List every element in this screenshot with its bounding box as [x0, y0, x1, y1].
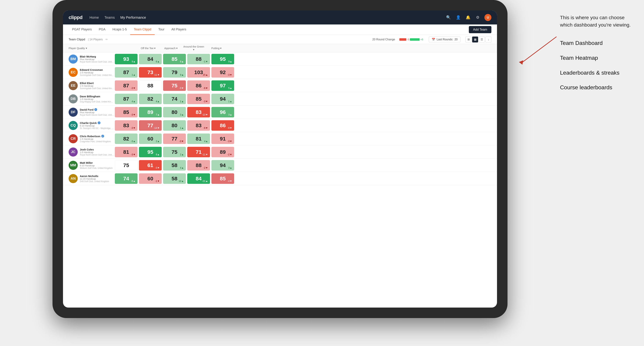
- table-row[interactable]: BM Blair McHarg Plus Handicap Royal Nort…: [63, 52, 497, 66]
- bell-icon[interactable]: 🔔: [465, 14, 471, 21]
- score-value: 88: [147, 83, 153, 89]
- download-button[interactable]: ↓: [486, 36, 492, 42]
- score-value: 95: [220, 56, 226, 62]
- round-change-label: 20 Round Change: [372, 38, 395, 41]
- player-info[interactable]: CR Chris Robertson ✓ 1-5 Handicap Craigm…: [68, 134, 114, 143]
- score-change: 10▲: [179, 180, 184, 182]
- tab-pgat[interactable]: PGAT Players: [68, 25, 95, 35]
- table-row[interactable]: DF David Ford ✓ Plus Handicap Royal Nort…: [63, 106, 497, 119]
- score-value: 84: [147, 56, 153, 62]
- player-info[interactable]: AN Aaron Nicholls 11-15 Handicap Drift G…: [68, 174, 114, 183]
- header-approach[interactable]: Approach ▾: [160, 47, 182, 50]
- player-info[interactable]: BM Blair McHarg Plus Handicap Royal Nort…: [68, 54, 114, 64]
- score-change: -6▼: [203, 127, 208, 129]
- heatmap-view-button[interactable]: ▦: [472, 36, 478, 42]
- score-value: 84: [196, 176, 202, 181]
- grid-view-button[interactable]: ⊞: [466, 36, 472, 42]
- tab-tour[interactable]: Tour: [155, 25, 168, 35]
- score-change: -3▼: [155, 166, 160, 169]
- profile-icon[interactable]: 👤: [455, 14, 461, 21]
- score-change: -3▼: [228, 140, 232, 143]
- last-rounds-button[interactable]: 📅 Last Rounds: 20: [429, 36, 460, 42]
- table-row[interactable]: DB Dave Billingham 1-5 Handicap Gog Mago…: [63, 92, 497, 106]
- score-change: -3▼: [131, 87, 136, 89]
- tab-pga[interactable]: PGA: [95, 25, 109, 35]
- tablet-screen: clippd Home Teams My Performance 🔍 👤 🔔 ⚙…: [63, 10, 497, 308]
- tab-team-clippd[interactable]: Team Clippd: [130, 25, 155, 35]
- score-cell: 75 2▲: [163, 147, 186, 157]
- score-cell: 88 -1▼: [187, 54, 210, 64]
- score-value: 87: [123, 69, 129, 75]
- player-info[interactable]: EC Edward Crossman 1-5 Handicap Sunningd…: [68, 68, 114, 77]
- player-info[interactable]: CQ Charlie Quick ✓ 6-10 Handicap St. Geo…: [68, 121, 114, 130]
- player-name: Chris Robertson ✓: [80, 135, 114, 138]
- player-count: | 14 Players: [88, 38, 103, 41]
- score-cell: 60 -1▼: [139, 173, 162, 184]
- table-row[interactable]: AN Aaron Nicholls 11-15 Handicap Drift G…: [63, 172, 497, 185]
- player-details: Aaron Nicholls 11-15 Handicap Drift Golf…: [80, 174, 114, 183]
- nav-home[interactable]: Home: [90, 15, 99, 19]
- score-change: 4▲: [204, 140, 208, 143]
- player-info[interactable]: EE Elliot Ebert 1-5 Handicap Sunningdale…: [68, 81, 114, 90]
- table-row[interactable]: CR Chris Robertson ✓ 1-5 Handicap Craigm…: [63, 132, 497, 145]
- header-putting[interactable]: Putting ▾: [205, 47, 228, 50]
- score-cell: 77 -3▼: [163, 134, 186, 144]
- player-details: Chris Robertson ✓ 1-5 Handicap Craigmill…: [80, 135, 114, 143]
- score-value: 88: [196, 162, 202, 168]
- score-cell: 91 -3▼: [212, 134, 234, 144]
- score-value: 74: [123, 176, 129, 181]
- player-details: Josh Coles 1-5 Handicap Royal North Devo…: [80, 148, 114, 156]
- tab-hcaps[interactable]: Hcaps 1-5: [109, 25, 130, 35]
- header-player[interactable]: Player Quality ▾: [68, 47, 114, 50]
- table-row[interactable]: JC Josh Coles 1-5 Handicap Royal North D…: [63, 145, 497, 159]
- avatar: EE: [68, 81, 78, 90]
- score-value: 94: [220, 162, 226, 168]
- edit-icon[interactable]: ✏: [106, 38, 108, 41]
- player-info[interactable]: DF David Ford ✓ Plus Handicap Royal Nort…: [68, 108, 114, 117]
- svg-marker-0: [519, 60, 523, 65]
- score-value: 81: [123, 149, 129, 155]
- table-row[interactable]: EE Elliot Ebert 1-5 Handicap Sunningdale…: [63, 79, 497, 92]
- user-avatar[interactable]: U: [484, 14, 492, 21]
- settings-icon[interactable]: ⚙: [474, 14, 481, 21]
- score-value: 71: [196, 149, 202, 155]
- player-info[interactable]: JC Josh Coles 1-5 Handicap Royal North D…: [68, 148, 114, 157]
- score-value: 74: [172, 96, 177, 102]
- score-value: 61: [147, 162, 153, 168]
- score-cell: 88 -2▼: [187, 160, 210, 171]
- annotation-team-dashboard: Team Dashboard: [560, 39, 634, 47]
- nav-teams[interactable]: Teams: [104, 15, 115, 19]
- player-info[interactable]: DB Dave Billingham 1-5 Handicap Gog Mago…: [68, 94, 114, 103]
- score-change: 3▲: [228, 166, 232, 169]
- list-view-button[interactable]: ☰: [479, 36, 485, 42]
- score-change: -14▼: [154, 127, 160, 129]
- score-change: -1▼: [203, 60, 208, 63]
- score-change: 9▲: [228, 60, 232, 63]
- score-cell: 97 5▲: [212, 80, 234, 91]
- score-change: 4▲: [132, 100, 136, 103]
- nav-my-performance[interactable]: My Performance: [120, 15, 146, 19]
- player-info[interactable]: MM Matt Miller 6-10 Handicap Woburn Golf…: [68, 161, 114, 170]
- tab-all-players[interactable]: All Players: [168, 25, 190, 35]
- score-cell: 80 3▲: [163, 107, 186, 117]
- player-details: Matt Miller 6-10 Handicap Woburn Golf Cl…: [80, 161, 114, 169]
- table-row[interactable]: CQ Charlie Quick ✓ 6-10 Handicap St. Geo…: [63, 119, 497, 132]
- player-handicap: 11-15 Handicap: [80, 177, 114, 180]
- score-cell: 93 9▲: [115, 54, 138, 64]
- change-pos-bar: [410, 38, 420, 41]
- add-team-button[interactable]: Add Team: [469, 26, 492, 33]
- score-value: 87: [123, 96, 129, 102]
- score-cell: 85 -3▼: [115, 107, 138, 117]
- header-atg[interactable]: Around the Green ▾: [182, 45, 205, 51]
- score-value: 75: [123, 162, 129, 168]
- last-rounds-value: 20: [454, 38, 458, 41]
- score-value: 81: [196, 136, 202, 142]
- player-table: Player Quality ▾ Off the Tee ▾ Approach …: [63, 44, 497, 185]
- score-cell: 85 8▲: [163, 54, 186, 64]
- header-tee[interactable]: Off the Tee ▾: [137, 47, 160, 50]
- table-row[interactable]: MM Matt Miller 6-10 Handicap Woburn Golf…: [63, 159, 497, 172]
- score-change: 1▲: [180, 127, 184, 129]
- score-value: 93: [123, 56, 129, 62]
- table-row[interactable]: EC Edward Crossman 1-5 Handicap Sunningd…: [63, 66, 497, 79]
- search-icon[interactable]: 🔍: [445, 14, 452, 21]
